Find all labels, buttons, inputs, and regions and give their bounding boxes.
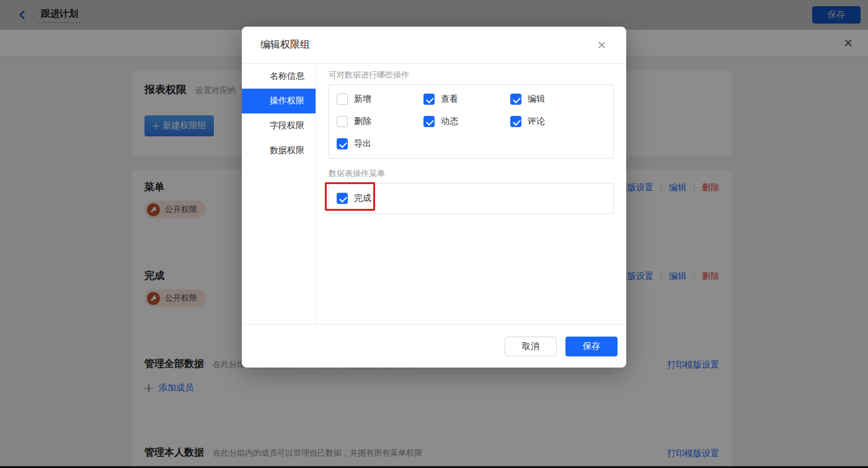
op-item: 导出 xyxy=(337,138,423,149)
checkbox-label: 新增 xyxy=(354,94,371,105)
save-button[interactable]: 保存 xyxy=(565,337,618,356)
checkbox-edit[interactable] xyxy=(510,94,521,105)
tab-name-info[interactable]: 名称信息 xyxy=(242,64,316,89)
checkbox-label: 评论 xyxy=(528,116,545,127)
modal-close-icon[interactable]: ✕ xyxy=(597,40,606,51)
modal-tabs: 名称信息 操作权限 字段权限 数据权限 xyxy=(242,64,316,324)
tab-data-permission[interactable]: 数据权限 xyxy=(242,138,316,163)
checkbox-export[interactable] xyxy=(337,138,348,149)
checkbox-label: 动态 xyxy=(441,116,458,127)
checkbox-label: 查看 xyxy=(441,94,458,105)
op-item: 新增 xyxy=(337,94,423,105)
checkbox-complete[interactable] xyxy=(337,193,348,204)
checkbox-label: 编辑 xyxy=(528,94,545,105)
op-item: 编辑 xyxy=(510,94,606,105)
operations-checkbox-group: 新增 查看 编辑 删除 xyxy=(329,84,614,159)
op-item: 查看 xyxy=(423,94,510,105)
table-menu-checkbox-group: 完成 xyxy=(329,183,614,214)
cancel-button[interactable]: 取消 xyxy=(505,337,557,356)
modal-body: 名称信息 操作权限 字段权限 数据权限 可对数据进行哪些操作 新增 查看 xyxy=(242,64,626,324)
checkbox-view[interactable] xyxy=(423,94,435,105)
tab-field-permission[interactable]: 字段权限 xyxy=(242,113,316,138)
modal-footer: 取消 保存 xyxy=(242,324,626,368)
op-item: 删除 xyxy=(337,116,423,127)
checkbox-label: 导出 xyxy=(354,138,371,149)
operations-group-label: 可对数据进行哪些操作 xyxy=(329,69,614,81)
modal-header: 编辑权限组 ✕ xyxy=(242,27,626,64)
checkbox-add[interactable] xyxy=(337,94,348,105)
tab-operation-permission[interactable]: 操作权限 xyxy=(242,89,316,113)
checkbox-label: 完成 xyxy=(354,193,371,204)
op-item: 评论 xyxy=(510,116,606,127)
checkbox-comment[interactable] xyxy=(510,116,521,127)
checkbox-label: 删除 xyxy=(354,116,371,127)
table-menu-group-label: 数据表操作菜单 xyxy=(329,168,614,179)
menu-op-item: 完成 xyxy=(337,193,371,204)
checkbox-activity[interactable] xyxy=(423,116,435,127)
modal-title: 编辑权限组 xyxy=(260,38,310,51)
app-screen: 跟进计划 保存 ✕ 报表权限 设置对应的「 新建权限组 菜单 xyxy=(0,0,868,468)
edit-permission-group-modal: 编辑权限组 ✕ 名称信息 操作权限 字段权限 数据权限 可对数据进行哪些操作 新… xyxy=(242,27,626,368)
modal-tab-content: 可对数据进行哪些操作 新增 查看 编辑 xyxy=(316,64,626,324)
op-item: 动态 xyxy=(423,116,510,127)
checkbox-delete[interactable] xyxy=(337,116,348,127)
